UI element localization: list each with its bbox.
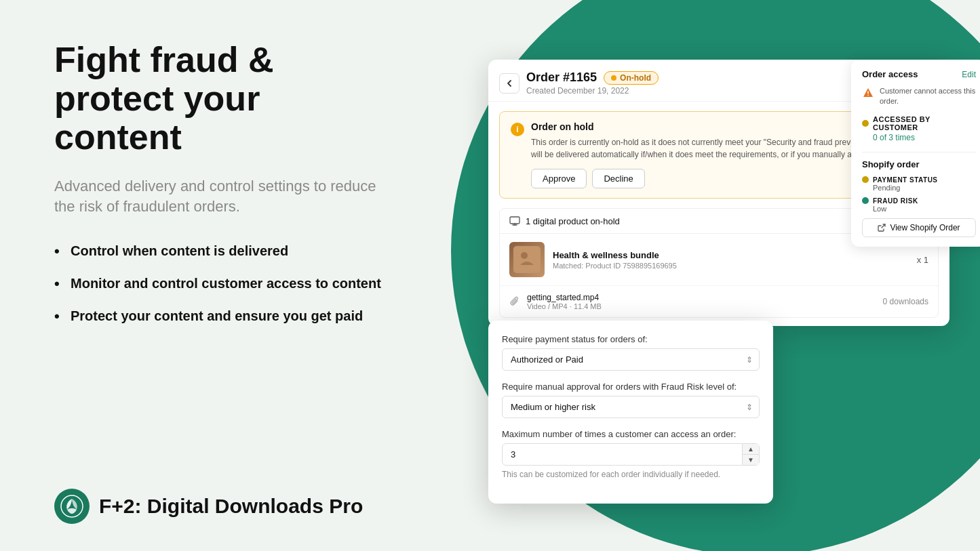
- payment-status-select-wrapper: Authorized or Paid Paid only Any status: [502, 348, 760, 371]
- svg-rect-2: [513, 246, 541, 273]
- accessed-label-text: ACCESSED BY CUSTOMER: [873, 115, 976, 131]
- order-access-panel: Order access Edit Customer cannot access…: [851, 60, 980, 247]
- external-link-icon: [878, 224, 886, 232]
- accessed-count[interactable]: 0 of 3 times: [862, 133, 976, 142]
- warning-text: Customer cannot access this order.: [880, 86, 976, 107]
- paperclip-icon: [509, 296, 520, 307]
- settings-popup: Require payment status for orders of: Au…: [488, 321, 773, 504]
- access-warning: Customer cannot access this order.: [862, 86, 976, 107]
- stepper-down-button[interactable]: ▼: [743, 455, 759, 465]
- monitor-icon: [509, 216, 520, 226]
- order-date: Created December 19, 2022: [526, 86, 659, 96]
- view-shopify-order-button[interactable]: View Shopify Order: [862, 218, 976, 237]
- edit-link[interactable]: Edit: [962, 70, 976, 79]
- file-downloads-1: 0 downloads: [883, 297, 928, 306]
- main-heading: Fight fraud & protect your content: [54, 41, 387, 157]
- max-access-input[interactable]: [502, 443, 743, 466]
- product-count-label: 1 digital product on-hold: [526, 216, 620, 226]
- bullet-item-3: Protect your content and ensure you get …: [54, 307, 387, 325]
- payment-status-label: PAYMENT STATUS: [862, 176, 976, 184]
- accessed-label: ACCESSED BY CUSTOMER: [862, 115, 976, 131]
- file-meta-1: Video / MP4 · 11.4 MB: [527, 302, 876, 310]
- shopify-order-title: Shopify order: [862, 159, 976, 169]
- fraud-risk-value: Low: [862, 205, 976, 213]
- pending-dot: [862, 176, 869, 183]
- green-dot: [862, 197, 869, 204]
- brand-name: F+2: Digital Downloads Pro: [99, 495, 363, 518]
- bullet-item-2: Monitor and control customer access to c…: [54, 274, 387, 292]
- accessed-section: ACCESSED BY CUSTOMER 0 of 3 times: [862, 115, 976, 142]
- access-title: Order access: [862, 69, 918, 79]
- product-thumb-icon: [513, 246, 541, 273]
- back-arrow-icon: [505, 79, 514, 88]
- order-title-group: Order #1165 On-hold Created December 19,…: [526, 70, 659, 96]
- fraud-risk-label: FRAUD RISK: [862, 197, 976, 205]
- product-meta: Matched: Product ID 7598895169695: [553, 262, 909, 270]
- svg-point-0: [61, 495, 83, 517]
- file-row-1: getting_started.mp4 Video / MP4 · 11.4 M…: [500, 286, 938, 317]
- product-info: Health & wellness bundle Matched: Produc…: [553, 250, 909, 270]
- fraud-risk-setting-label: Require manual approval for orders with …: [502, 382, 760, 392]
- on-hold-dot: [611, 75, 616, 81]
- payment-status-field: Require payment status for orders of: Au…: [502, 334, 760, 371]
- svg-rect-1: [510, 217, 520, 224]
- max-access-hint: This can be customized for each order in…: [502, 470, 760, 479]
- access-header: Order access Edit: [862, 69, 976, 79]
- max-access-input-row: ▲ ▼: [502, 443, 760, 466]
- file-name-1: getting_started.mp4: [527, 293, 876, 302]
- fraud-risk-row: FRAUD RISK Low: [862, 197, 976, 213]
- product-name: Health & wellness bundle: [553, 250, 909, 260]
- back-button[interactable]: [499, 73, 520, 94]
- on-hold-badge-text: On-hold: [620, 73, 651, 83]
- left-panel: Fight fraud & protect your content Advan…: [0, 0, 434, 551]
- fraud-risk-select-wrapper: Medium or higher risk High risk only Any…: [502, 396, 760, 418]
- fraud-risk-field: Require manual approval for orders with …: [502, 382, 760, 418]
- gold-dot: [862, 120, 869, 127]
- file-info-1: getting_started.mp4 Video / MP4 · 11.4 M…: [527, 293, 876, 310]
- bullet-item-1: Control when content is delivered: [54, 242, 387, 260]
- brand-logo: [54, 489, 90, 524]
- svg-point-3: [521, 252, 528, 259]
- divider: [862, 152, 976, 152]
- product-qty: x 1: [917, 255, 928, 265]
- payment-status-label-text: PAYMENT STATUS: [873, 176, 938, 184]
- fraud-risk-select[interactable]: Medium or higher risk High risk only Any…: [502, 396, 760, 418]
- max-access-stepper: ▲ ▼: [743, 443, 760, 466]
- fraud-risk-label-text: FRAUD RISK: [873, 197, 918, 205]
- decline-button[interactable]: Decline: [592, 169, 644, 188]
- svg-point-4: [867, 95, 869, 96]
- max-access-setting-label: Maximum number of times a customer can a…: [502, 429, 760, 439]
- payment-status-value: Pending: [862, 184, 976, 192]
- right-panel: Order #1165 On-hold Created December 19,…: [434, 0, 980, 551]
- sub-heading: Advanced delivery and control settings t…: [54, 176, 387, 218]
- payment-status-setting-label: Require payment status for orders of:: [502, 334, 760, 344]
- bullet-list: Control when content is delivered Monito…: [54, 242, 387, 340]
- payment-status-select[interactable]: Authorized or Paid Paid only Any status: [502, 348, 760, 371]
- max-access-field: Maximum number of times a customer can a…: [502, 429, 760, 479]
- notice-warning-icon: i: [511, 123, 524, 136]
- order-number: Order #1165: [526, 70, 597, 85]
- approve-button[interactable]: Approve: [531, 169, 587, 188]
- on-hold-badge: On-hold: [604, 71, 659, 85]
- warning-triangle-icon: [862, 87, 874, 99]
- order-header-left: Order #1165 On-hold Created December 19,…: [499, 70, 659, 96]
- brand-row: F+2: Digital Downloads Pro: [54, 489, 387, 524]
- order-title-row: Order #1165 On-hold: [526, 70, 659, 85]
- stepper-up-button[interactable]: ▲: [743, 444, 759, 455]
- product-thumbnail: [509, 242, 545, 277]
- brand-logo-icon: [60, 495, 83, 518]
- payment-status-row: PAYMENT STATUS Pending: [862, 176, 976, 192]
- view-order-btn-label: View Shopify Order: [890, 223, 960, 232]
